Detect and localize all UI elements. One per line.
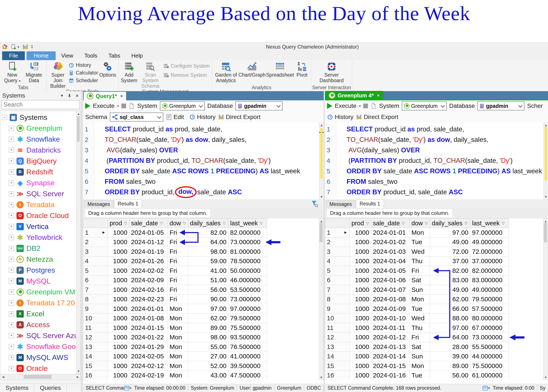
row-number-cell[interactable]: 16	[325, 371, 350, 380]
row-number-cell[interactable]: 13	[83, 342, 108, 352]
sidebar-item-mysql[interactable]: +MMySQL	[0, 276, 77, 287]
table-row[interactable]: 1510002024-01-15Mon89.0075.500000	[325, 361, 544, 371]
table-row[interactable]: 710002024-02-16Fri56.0053.500000	[83, 285, 319, 295]
sidebar-item-snowflake[interactable]: +✱Snowflake	[0, 134, 77, 145]
sidebar-item-databricks[interactable]: +≋Databricks	[0, 145, 77, 155]
group-by-bar[interactable]: Drag a column header here to group by th…	[325, 208, 548, 219]
table-row[interactable]: 1610002024-01-16Tue56.0061.000000	[325, 371, 544, 380]
column-header-daily_sales[interactable]: daily_sales▽	[188, 218, 228, 228]
table-row[interactable]: 510002024-01-05Fri82.0082.000000	[325, 266, 544, 276]
row-number-cell[interactable]: 6	[325, 276, 350, 285]
sql-editor-left[interactable]: 1SELECT product_id as prod, sale_date,2T…	[83, 123, 324, 199]
row-number-cell[interactable]: 14	[325, 352, 350, 361]
sidebar-item-sql-server[interactable]: +≫SQL Server	[0, 188, 77, 199]
table-row[interactable]: 1010002024-01-10Wed88.0080.000000	[325, 314, 544, 323]
scheduler-button[interactable]: Scheduler	[69, 78, 98, 84]
menu-file[interactable]: File	[2, 51, 25, 60]
column-header-sale_date[interactable]: sale_date▽	[371, 218, 410, 228]
column-header-last_week[interactable]: last_week▽	[228, 218, 267, 228]
tab-greenplum4[interactable]: Greenplum 4* ×	[325, 91, 383, 100]
tab-results1[interactable]: Results 1	[356, 199, 384, 208]
tab-messages[interactable]: Messages	[326, 200, 356, 208]
table-row[interactable]: 410002024-01-04Thu37.0037.000000	[325, 257, 544, 266]
row-number-cell[interactable]: 9	[325, 304, 350, 314]
row-number-cell[interactable]: 4	[83, 257, 108, 266]
sidebar-item-db2[interactable]: +Db2DB2	[0, 243, 77, 254]
expand-icon[interactable]: +	[9, 224, 14, 229]
row-number-cell[interactable]: 8	[325, 295, 350, 304]
tab-results1[interactable]: Results 1	[114, 199, 142, 208]
close-tab-icon[interactable]: ×	[120, 93, 123, 99]
system-select[interactable]: Greenplum	[160, 101, 205, 110]
filter-icon[interactable]: ▽	[402, 221, 405, 225]
expand-icon[interactable]: +	[9, 126, 14, 131]
new-page-caret-icon[interactable]: ▾	[18, 45, 19, 49]
table-row[interactable]: 1310002024-01-13Sat28.0055.500000	[325, 342, 544, 352]
sidebar-item-greenplum-vm[interactable]: +Greenplum VM	[0, 287, 77, 297]
sidebar-menu-icon[interactable]: ▾	[61, 93, 63, 98]
scan-system-schema-button[interactable]: Scan System Schema	[139, 61, 162, 89]
row-number-cell[interactable]: 15	[83, 361, 108, 371]
table-row[interactable]: 810002024-01-08Mon62.0079.500000	[325, 295, 544, 304]
sidebar-item-bigquery[interactable]: +QBigQuery	[0, 155, 77, 167]
table-row[interactable]: 1410002024-01-14Sun39.0044.000000	[325, 352, 544, 361]
expand-icon[interactable]: +	[9, 257, 14, 262]
row-number-cell[interactable]: 2	[325, 238, 350, 247]
execute-play-icon[interactable]	[85, 103, 90, 109]
status-grid-icon[interactable]	[483, 385, 488, 391]
table-row[interactable]: 910002024-01-01Mon97.0097.000000	[83, 304, 319, 314]
database-select[interactable]: gpadmin	[235, 101, 282, 110]
sidebar-horizontal-scrollbar[interactable]: ◄►	[0, 374, 81, 380]
column-header-prod[interactable]: prod▽	[350, 218, 371, 228]
execute-button[interactable]: Execute	[335, 103, 356, 109]
sidebar-item-yellowbrick[interactable]: +✱Yellowbrick	[0, 232, 77, 243]
history-button[interactable]: History	[189, 114, 216, 120]
close-icon[interactable]: ×	[76, 92, 79, 99]
execute-caret-icon[interactable]: ▾	[359, 104, 361, 108]
row-number-cell[interactable]: 10	[325, 314, 350, 323]
direct-export-button[interactable]: Direct Export	[218, 114, 260, 120]
expand-icon[interactable]: +	[9, 366, 14, 371]
tab-systems[interactable]: Systems	[0, 384, 34, 392]
expand-icon[interactable]: +	[9, 235, 14, 240]
tab-messages[interactable]: Messages	[84, 200, 114, 208]
table-row[interactable]: 210002024-01-12Fri64.0073.000000	[83, 238, 319, 247]
new-page-icon[interactable]	[11, 44, 17, 50]
menu-home[interactable]: Home	[27, 51, 56, 60]
execute-button[interactable]: Execute	[93, 103, 114, 109]
row-number-cell[interactable]: 5	[83, 266, 108, 276]
results-scrollbar[interactable]: ▲ ▼	[543, 218, 548, 380]
row-number-cell[interactable]: 4	[325, 257, 350, 266]
row-number-cell[interactable]: 7	[325, 285, 350, 295]
expand-icon[interactable]: +	[9, 322, 14, 327]
filter-icon[interactable]: ▽	[260, 221, 263, 225]
search-input[interactable]	[3, 101, 81, 108]
execute-play-icon[interactable]	[327, 103, 332, 109]
sidebar-item-vertica[interactable]: +VVertica	[0, 221, 77, 232]
database-select[interactable]: gpadmin	[477, 101, 524, 110]
tab-queries[interactable]: Queries	[34, 384, 67, 392]
filter-icon[interactable]: ▽	[425, 221, 428, 225]
table-row[interactable]: 1610002024-02-19Mon43.0047.500000	[83, 371, 319, 380]
column-header-last_week[interactable]: last_week▽	[470, 218, 509, 228]
sidebar-item-oracle[interactable]: +OOracle	[0, 363, 77, 374]
expand-icon[interactable]: +	[9, 148, 14, 153]
sidebar-item-teradata[interactable]: +tTeradata	[0, 199, 77, 210]
expand-icon[interactable]: +	[9, 268, 14, 273]
sidebar-item-mysql-aws[interactable]: +MMySQL AWS	[0, 352, 77, 363]
calculator-button[interactable]: Calculator	[69, 70, 98, 76]
expand-icon[interactable]: +	[9, 191, 14, 196]
migrate-data-button[interactable]: Migrate Data	[24, 61, 44, 84]
table-row[interactable]: 1210002024-01-22Mon98.0093.500000	[83, 333, 319, 342]
garden-of-analytics-button[interactable]: Garden of Analytics	[214, 61, 238, 84]
table-row[interactable]: 510002024-02-02Fri41.0050.000000	[83, 266, 319, 276]
filter-icon[interactable]: ▽	[502, 221, 505, 225]
pivot-button[interactable]: Σ Pivot	[295, 61, 309, 78]
row-number-cell[interactable]: 11	[325, 323, 350, 333]
expand-icon[interactable]: +	[9, 169, 14, 175]
table-row[interactable]: 1410002024-02-05Mon27.0041.000000	[83, 352, 319, 361]
table-row[interactable]: 610002024-02-09Fri51.0046.000000	[83, 276, 319, 285]
server-dashboard-button[interactable]: Server Dashboard	[316, 61, 347, 84]
row-number-cell[interactable]: 12	[83, 333, 108, 342]
sidebar-item-synapse[interactable]: +◈Synapse	[0, 177, 77, 188]
